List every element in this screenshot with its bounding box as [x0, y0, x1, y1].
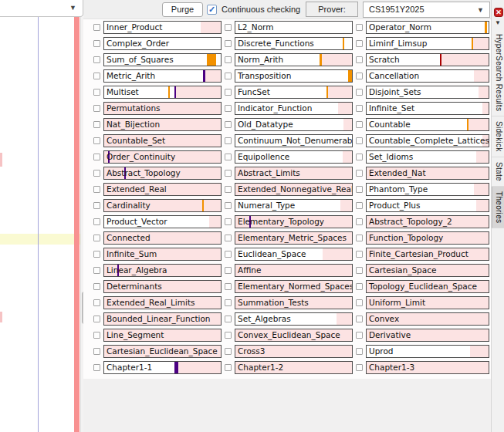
theory-checkbox[interactable]: [225, 348, 232, 355]
theory-progress-bar[interactable]: Abstract_Topology_2: [366, 215, 489, 228]
theory-progress-bar[interactable]: Infinite_Sum: [103, 248, 222, 261]
theory-progress-bar[interactable]: Chapter1-2: [235, 361, 353, 374]
theory-checkbox[interactable]: [225, 267, 232, 274]
theory-checkbox[interactable]: [356, 283, 363, 290]
dock-tab-sidekick[interactable]: Sidekick: [492, 116, 504, 157]
theory-progress-bar[interactable]: Operator_Norm: [366, 21, 489, 34]
theory-checkbox[interactable]: [225, 40, 232, 47]
theory-checkbox[interactable]: [356, 154, 363, 160]
theory-checkbox[interactable]: [225, 154, 232, 160]
theory-checkbox[interactable]: [93, 73, 100, 79]
theory-checkbox[interactable]: [225, 89, 232, 96]
dock-tab-hypersearch-results[interactable]: HyperSearch Results: [492, 29, 504, 116]
theory-checkbox[interactable]: [225, 299, 232, 306]
theory-checkbox[interactable]: [93, 332, 100, 339]
theory-checkbox[interactable]: [93, 202, 100, 209]
theory-progress-bar[interactable]: Equipollence: [235, 150, 353, 164]
theory-progress-bar[interactable]: Cardinality: [103, 199, 222, 212]
theory-checkbox[interactable]: [356, 251, 363, 258]
theory-progress-bar[interactable]: Cartesian_Euclidean_Space: [103, 345, 222, 358]
theory-progress-bar[interactable]: Transposition: [235, 69, 353, 83]
theory-checkbox[interactable]: [225, 202, 232, 209]
theory-checkbox[interactable]: [356, 218, 363, 225]
theory-checkbox[interactable]: [225, 121, 232, 128]
theory-checkbox[interactable]: [93, 283, 100, 290]
theory-checkbox[interactable]: [225, 186, 232, 193]
session-combobox[interactable]: CS1951Y2025 ▼: [363, 2, 490, 18]
theory-progress-bar[interactable]: Function_Topology: [366, 231, 489, 245]
theory-progress-bar[interactable]: Convex_Euclidean_Space: [235, 329, 353, 342]
theory-progress-bar[interactable]: Uniform_Limit: [366, 296, 489, 309]
theory-checkbox[interactable]: [356, 267, 363, 274]
theory-checkbox[interactable]: [356, 40, 363, 47]
theory-checkbox[interactable]: [356, 316, 363, 322]
theory-checkbox[interactable]: [356, 332, 363, 339]
dock-tab-theories[interactable]: Theories: [492, 187, 504, 228]
theory-progress-bar[interactable]: Affine: [235, 264, 353, 277]
theory-checkbox[interactable]: [93, 299, 100, 306]
theory-progress-bar[interactable]: Finite_Cartesian_Product: [366, 248, 489, 261]
theory-progress-bar[interactable]: Old_Datatype: [235, 118, 353, 131]
theory-progress-bar[interactable]: Numeral_Type: [235, 199, 353, 212]
theory-progress-bar[interactable]: Countable_Complete_Lattices: [366, 134, 489, 147]
theory-checkbox[interactable]: [93, 218, 100, 225]
theory-checkbox[interactable]: [225, 218, 232, 225]
chevron-down-icon[interactable]: ▼: [477, 3, 484, 18]
theory-checkbox[interactable]: [93, 89, 100, 96]
chevron-down-icon[interactable]: ▼: [495, 19, 501, 26]
theory-progress-bar[interactable]: Extended_Real_Limits: [103, 296, 222, 309]
theory-progress-bar[interactable]: Extended_Real: [103, 183, 222, 196]
theory-checkbox[interactable]: [93, 40, 100, 47]
purge-button[interactable]: Purge: [162, 2, 203, 17]
close-icon[interactable]: ✕: [494, 8, 503, 17]
theory-progress-bar[interactable]: Euclidean_Space: [235, 248, 353, 261]
theory-progress-bar[interactable]: Linear_Algebra: [103, 264, 222, 277]
theory-progress-bar[interactable]: Phantom_Type: [366, 183, 489, 196]
theory-progress-bar[interactable]: Topology_Euclidean_Space: [366, 280, 489, 293]
theory-progress-bar[interactable]: Nat_Bijection: [103, 118, 222, 131]
theory-checkbox[interactable]: [356, 121, 363, 128]
theory-progress-bar[interactable]: Elementary_Normed_Spaces: [235, 280, 353, 293]
theory-progress-bar[interactable]: Elementary_Topology: [235, 215, 353, 228]
theory-checkbox[interactable]: [225, 332, 232, 339]
dock-tab-state[interactable]: State: [492, 157, 504, 187]
theory-checkbox[interactable]: [225, 105, 232, 112]
theory-checkbox[interactable]: [356, 56, 363, 63]
theory-checkbox[interactable]: [93, 105, 100, 112]
theory-progress-bar[interactable]: Indicator_Function: [235, 102, 353, 115]
theory-checkbox[interactable]: [93, 24, 100, 31]
theory-checkbox[interactable]: [356, 364, 363, 371]
theory-checkbox[interactable]: [225, 251, 232, 258]
theory-checkbox[interactable]: [225, 24, 232, 31]
theory-checkbox[interactable]: [93, 364, 100, 371]
theory-progress-bar[interactable]: Product_Plus: [366, 199, 489, 212]
theory-checkbox[interactable]: [356, 186, 363, 193]
theory-progress-bar[interactable]: Chapter1-3: [366, 361, 489, 374]
theory-progress-bar[interactable]: Uprod: [366, 345, 489, 358]
theory-progress-bar[interactable]: Metric_Arith: [103, 69, 222, 83]
theory-progress-bar[interactable]: Product_Vector: [103, 215, 222, 228]
theory-progress-bar[interactable]: Abstract_Topology: [103, 167, 222, 180]
theory-checkbox[interactable]: [356, 299, 363, 306]
theory-checkbox[interactable]: [225, 73, 232, 79]
theory-checkbox[interactable]: [93, 348, 100, 355]
theory-progress-bar[interactable]: Determinants: [103, 280, 222, 293]
theory-progress-bar[interactable]: Chapter1-1: [103, 361, 222, 374]
theory-checkbox[interactable]: [93, 154, 100, 160]
theory-progress-bar[interactable]: Multiset: [103, 86, 222, 99]
theory-progress-bar[interactable]: Sum_of_Squares: [103, 53, 222, 66]
theory-checkbox[interactable]: [93, 170, 100, 177]
theory-checkbox[interactable]: [356, 202, 363, 209]
theory-checkbox[interactable]: [93, 267, 100, 274]
theory-checkbox[interactable]: [93, 235, 100, 241]
theory-progress-bar[interactable]: Permutations: [103, 102, 222, 115]
theory-progress-bar[interactable]: Complex_Order: [103, 37, 222, 50]
theory-checkbox[interactable]: [356, 73, 363, 79]
continuous-checking-checkbox[interactable]: ✓: [207, 5, 217, 15]
theory-checkbox[interactable]: [356, 105, 363, 112]
theory-progress-bar[interactable]: Disjoint_Sets: [366, 86, 489, 99]
theory-progress-bar[interactable]: Line_Segment: [103, 329, 222, 342]
theory-checkbox[interactable]: [225, 56, 232, 63]
theory-checkbox[interactable]: [93, 56, 100, 63]
theory-progress-bar[interactable]: Order_Continuity: [103, 150, 222, 164]
